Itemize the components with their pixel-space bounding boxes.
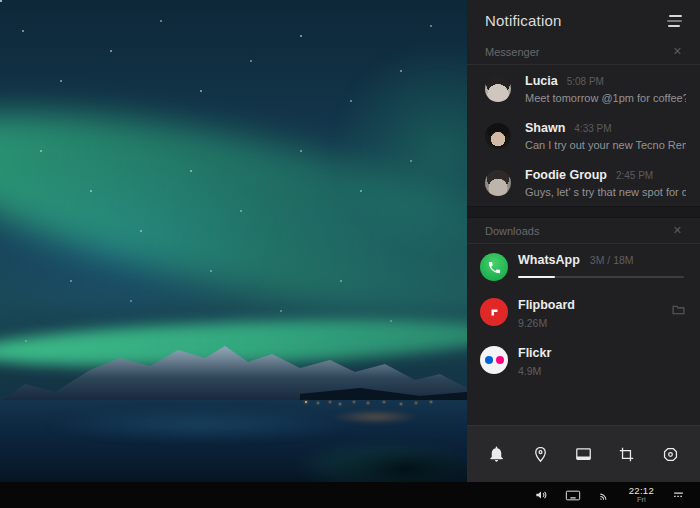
sender-name: Foodie Group xyxy=(525,168,607,182)
notification-body: Foodie Group 2:45 PM Guys, let' s try th… xyxy=(525,168,686,198)
notification-tray-icon[interactable] xyxy=(671,489,686,501)
village-lights xyxy=(305,401,307,403)
notification-panel: Notification Messenger ✕ Lucia 5:08 PM M… xyxy=(467,0,700,482)
downloads-close-icon[interactable]: ✕ xyxy=(671,223,684,238)
flickr-icon xyxy=(480,346,508,374)
download-status: 3M / 18M xyxy=(590,254,634,266)
notification-message: Guys, let' s try that new spot for dinne… xyxy=(525,186,686,198)
notification-message: Can I try out your new Tecno Remix tab..… xyxy=(525,139,686,151)
download-item-flipboard[interactable]: Flipboard 9.26M xyxy=(467,289,700,337)
downloads-section-header: Downloads ✕ xyxy=(467,218,700,243)
sender-name: Lucia xyxy=(525,74,558,88)
screenshot-crop-icon[interactable] xyxy=(610,437,644,471)
notification-time: 2:45 PM xyxy=(616,170,653,181)
messenger-section-header: Messenger ✕ xyxy=(467,39,700,64)
sender-name: Shawn xyxy=(525,121,565,135)
download-name: Flickr xyxy=(518,346,684,360)
panel-header: Notification xyxy=(467,0,700,39)
download-item-whatsapp[interactable]: WhatsApp 3M / 18M xyxy=(467,244,700,289)
download-body: Flipboard 9.26M xyxy=(518,298,684,329)
download-body: WhatsApp 3M / 18M xyxy=(518,253,684,278)
download-size: 4.9M xyxy=(518,365,684,377)
open-folder-icon[interactable] xyxy=(672,301,685,319)
downloads-section-label: Downloads xyxy=(485,225,539,237)
location-icon[interactable] xyxy=(523,437,557,471)
section-separator xyxy=(467,206,700,218)
clock-date: Fri xyxy=(629,496,654,504)
whatsapp-progress-fill xyxy=(518,276,555,278)
notifications-bell-icon[interactable] xyxy=(480,437,514,471)
sort-lines-icon[interactable] xyxy=(665,13,684,29)
quick-actions-strip xyxy=(467,425,700,482)
volume-icon[interactable] xyxy=(534,488,548,502)
settings-gear-icon[interactable] xyxy=(653,437,687,471)
download-size: 9.26M xyxy=(518,317,684,329)
avatar xyxy=(485,76,511,102)
notification-item-shawn[interactable]: Shawn 4:33 PM Can I try out your new Tec… xyxy=(467,112,700,159)
panel-title: Notification xyxy=(485,12,562,29)
taskbar: 22:12 Fri xyxy=(0,482,700,508)
desktop-wallpaper[interactable] xyxy=(0,0,467,482)
whatsapp-icon xyxy=(480,253,508,281)
water-reflection xyxy=(40,408,360,442)
notification-body: Shawn 4:33 PM Can I try out your new Tec… xyxy=(525,121,686,151)
download-name: Flipboard xyxy=(518,298,684,312)
download-item-flickr[interactable]: Flickr 4.9M xyxy=(467,337,700,385)
notification-message: Meet tomorrow @1pm for coffee? xyxy=(525,92,686,104)
cast-signal-icon[interactable] xyxy=(598,488,612,502)
download-name: WhatsApp xyxy=(518,253,580,267)
notification-body: Lucia 5:08 PM Meet tomorrow @1pm for cof… xyxy=(525,74,686,104)
notification-time: 4:33 PM xyxy=(574,123,611,134)
flipboard-icon xyxy=(480,298,508,326)
desktop-screen: Notification Messenger ✕ Lucia 5:08 PM M… xyxy=(0,0,700,508)
village-lights-reflection xyxy=(330,410,420,424)
notification-time: 5:08 PM xyxy=(567,76,604,87)
notification-item-lucia[interactable]: Lucia 5:08 PM Meet tomorrow @1pm for cof… xyxy=(467,65,700,112)
keyboard-icon[interactable] xyxy=(565,489,581,502)
taskbar-clock[interactable]: 22:12 Fri xyxy=(629,486,654,504)
messenger-close-icon[interactable]: ✕ xyxy=(671,44,684,59)
download-progress-track xyxy=(518,276,684,278)
avatar xyxy=(485,123,511,149)
display-icon[interactable] xyxy=(566,437,600,471)
messenger-section-label: Messenger xyxy=(485,46,539,58)
notification-item-foodie-group[interactable]: Foodie Group 2:45 PM Guys, let' s try th… xyxy=(467,159,700,206)
download-body: Flickr 4.9M xyxy=(518,346,684,377)
avatar xyxy=(485,170,511,196)
